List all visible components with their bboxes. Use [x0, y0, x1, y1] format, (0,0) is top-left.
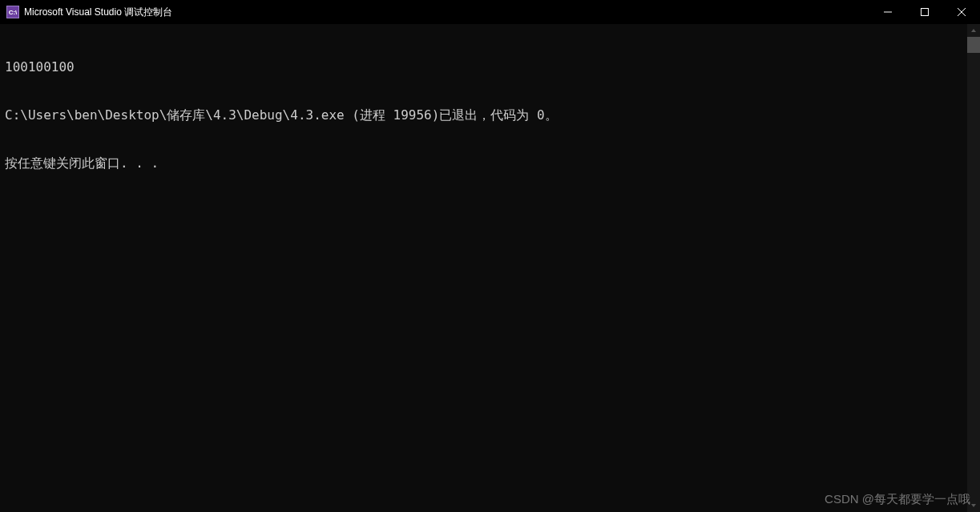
- minimize-button[interactable]: [869, 0, 906, 24]
- titlebar: C:\ Microsoft Visual Studio 调试控制台: [0, 0, 980, 24]
- chevron-down-icon: [970, 502, 977, 509]
- close-button[interactable]: [943, 0, 980, 24]
- console-output[interactable]: 100100100 C:\Users\ben\Desktop\储存库\4.3\D…: [0, 24, 967, 512]
- output-line: C:\Users\ben\Desktop\储存库\4.3\Debug\4.3.e…: [5, 107, 962, 123]
- close-icon: [958, 8, 966, 16]
- console-body: 100100100 C:\Users\ben\Desktop\储存库\4.3\D…: [0, 24, 980, 512]
- chevron-up-icon: [970, 27, 977, 34]
- maximize-button[interactable]: [906, 0, 943, 24]
- output-line: 100100100: [5, 59, 962, 75]
- svg-rect-1: [922, 9, 929, 16]
- scroll-track[interactable]: [967, 37, 980, 499]
- titlebar-left: C:\ Microsoft Visual Studio 调试控制台: [0, 6, 172, 19]
- window-title: Microsoft Visual Studio 调试控制台: [24, 6, 172, 19]
- scroll-up-button[interactable]: [967, 24, 980, 37]
- maximize-icon: [921, 8, 929, 16]
- vertical-scrollbar[interactable]: [967, 24, 980, 512]
- scroll-down-button[interactable]: [967, 499, 980, 512]
- window-controls: [869, 0, 980, 24]
- output-line: 按任意键关闭此窗口. . .: [5, 155, 962, 171]
- svg-marker-4: [971, 29, 976, 32]
- app-icon: C:\: [6, 6, 19, 18]
- svg-marker-5: [971, 504, 976, 507]
- scroll-thumb[interactable]: [967, 37, 980, 53]
- minimize-icon: [884, 8, 892, 16]
